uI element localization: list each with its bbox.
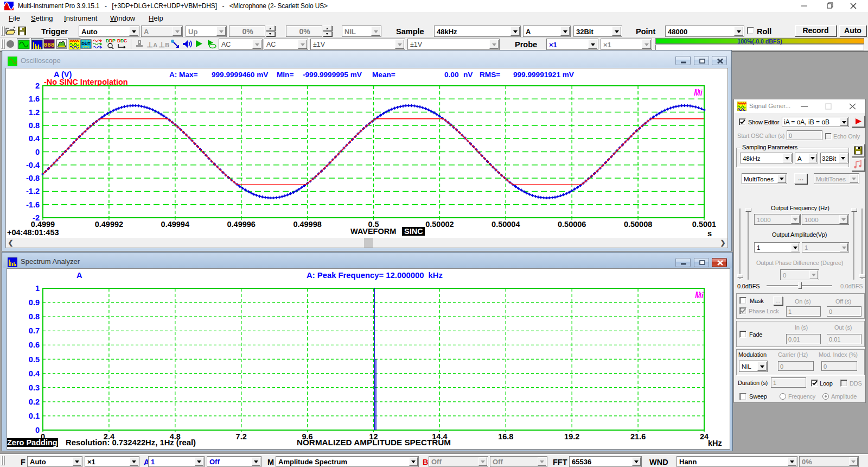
- svg-text:0.49998: 0.49998: [293, 220, 321, 229]
- svg-text:NORMALIZED AMPLITUDE SPECTRUM: NORMALIZED AMPLITUDE SPECTRUM: [297, 438, 451, 447]
- svg-text:C: C: [124, 38, 127, 43]
- svg-text:0.50008: 0.50008: [624, 220, 652, 229]
- svg-text:0.50002: 0.50002: [425, 220, 454, 229]
- svg-text:2: 2: [35, 81, 40, 90]
- svg-text:+04:48:01:453: +04:48:01:453: [7, 228, 59, 237]
- svg-text:1.2: 1.2: [29, 108, 40, 117]
- svg-text:0.9: 0.9: [29, 298, 40, 307]
- svg-text:-0.4: -0.4: [26, 161, 40, 169]
- svg-text:999.99991921 mV: 999.99991921 mV: [513, 71, 574, 79]
- svg-text:0.7: 0.7: [29, 326, 40, 335]
- svg-text:nV: nV: [463, 71, 473, 79]
- svg-text:0.00: 0.00: [444, 71, 458, 79]
- svg-text:0.4: 0.4: [29, 134, 40, 143]
- svg-text:WAVEFORM: WAVEFORM: [350, 227, 396, 236]
- svg-text:1: 1: [35, 284, 40, 293]
- svg-text:-0.8: -0.8: [26, 174, 40, 182]
- svg-text:0.4999: 0.4999: [31, 220, 55, 229]
- svg-text:0: 0: [35, 426, 40, 434]
- svg-text:s: s: [707, 229, 712, 238]
- svg-text:A: Max=: A: Max=: [169, 71, 198, 79]
- svg-text:0.50004: 0.50004: [492, 220, 520, 229]
- svg-text:0.1: 0.1: [29, 412, 40, 420]
- svg-text:Mean=: Mean=: [372, 71, 395, 79]
- svg-text:-No SINC Interpolation: -No SINC Interpolation: [44, 78, 128, 86]
- svg-text:24: 24: [700, 432, 709, 441]
- svg-text:kHz: kHz: [708, 439, 722, 447]
- svg-text:999.9999460 mV: 999.9999460 mV: [212, 71, 268, 79]
- svg-text:RMS=: RMS=: [480, 71, 500, 79]
- svg-text:19.2: 19.2: [564, 432, 579, 441]
- svg-text:0.50006: 0.50006: [558, 220, 586, 229]
- svg-text:21.6: 21.6: [630, 432, 646, 441]
- svg-text:-1.6: -1.6: [26, 200, 40, 209]
- svg-text:-999.9999995 mV: -999.9999995 mV: [303, 71, 362, 79]
- svg-text:0.6: 0.6: [29, 340, 40, 349]
- svg-text:SINC: SINC: [404, 227, 423, 236]
- svg-text:7.2: 7.2: [236, 432, 247, 441]
- svg-text:P: P: [112, 38, 116, 43]
- svg-text:-1.2: -1.2: [26, 187, 40, 195]
- svg-text:A: Peak Frequency= 12.000000: A: Peak Frequency= 12.000000 kHz: [307, 271, 443, 280]
- svg-text:16.8: 16.8: [498, 432, 513, 441]
- svg-text:Zero Padding: Zero Padding: [7, 438, 58, 447]
- svg-text:0: 0: [35, 148, 40, 156]
- svg-text:DUT: DUT: [81, 41, 91, 46]
- svg-text:0.2: 0.2: [29, 397, 40, 406]
- svg-text:1.6: 1.6: [29, 94, 40, 103]
- svg-text:888: 888: [44, 42, 55, 48]
- svg-text:0.4: 0.4: [29, 369, 40, 378]
- svg-text:A: A: [76, 271, 82, 280]
- svg-text:0.49992: 0.49992: [95, 220, 123, 229]
- svg-text:0.5001: 0.5001: [692, 220, 716, 229]
- svg-text:0.8: 0.8: [29, 121, 40, 130]
- svg-text:0.5: 0.5: [29, 355, 40, 364]
- svg-text:MIn=: MIn=: [277, 71, 293, 79]
- svg-text:Resolution: 0.732422Hz, 1Hz (r: Resolution: 0.732422Hz, 1Hz (real): [66, 438, 196, 447]
- svg-text:0.8: 0.8: [29, 312, 40, 321]
- svg-text:0.49994: 0.49994: [161, 220, 189, 229]
- svg-text:0.3: 0.3: [29, 383, 40, 392]
- svg-text:0.49996: 0.49996: [227, 220, 255, 229]
